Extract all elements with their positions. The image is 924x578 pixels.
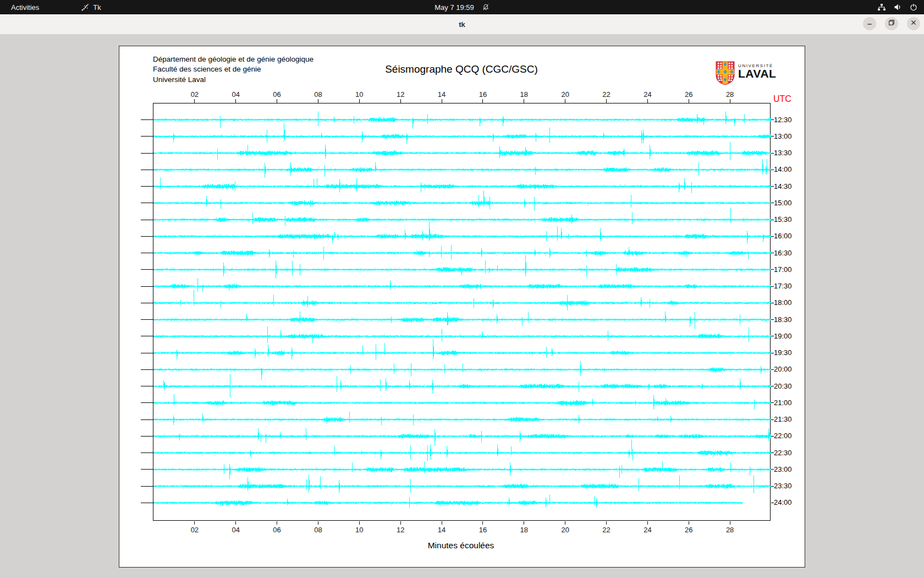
power-icon bbox=[910, 3, 917, 11]
row-time-label: 14:00 bbox=[774, 165, 792, 173]
row-time-label: 17:00 bbox=[774, 265, 792, 274]
x-tick-label-bottom: 18 bbox=[516, 526, 532, 534]
row-tick-left bbox=[141, 402, 153, 403]
x-tick-label-bottom: 14 bbox=[433, 526, 450, 534]
row-time-label: 17:30 bbox=[774, 282, 792, 290]
x-tick-label-top: 06 bbox=[269, 90, 285, 99]
x-tick-label-top: 16 bbox=[475, 90, 491, 99]
clock-menu[interactable]: May 7 19:59 bbox=[435, 3, 490, 12]
x-tick-bottom bbox=[442, 521, 442, 525]
x-tick-top bbox=[565, 99, 565, 103]
x-tick-bottom bbox=[359, 521, 360, 525]
minimize-button[interactable] bbox=[863, 17, 876, 30]
laval-shield-icon bbox=[715, 61, 735, 88]
row-time-label: 22:30 bbox=[774, 449, 792, 457]
x-tick-bottom bbox=[689, 521, 689, 525]
row-time-label: 15:00 bbox=[774, 199, 792, 207]
x-tick-bottom bbox=[482, 521, 483, 525]
activities-button[interactable]: Activities bbox=[0, 3, 48, 12]
x-tick-top bbox=[524, 99, 524, 103]
window-titlebar[interactable]: tk bbox=[0, 14, 924, 35]
row-time-label: 22:00 bbox=[774, 432, 792, 440]
row-time-label: 18:30 bbox=[774, 315, 792, 324]
row-time-label: 13:30 bbox=[774, 149, 792, 157]
x-tick-label-bottom: 08 bbox=[310, 526, 326, 534]
institution-line: Université Laval bbox=[153, 75, 314, 85]
utc-axis-label: UTC bbox=[773, 94, 791, 104]
row-time-label: 20:30 bbox=[774, 382, 792, 390]
x-tick-label-bottom: 12 bbox=[392, 526, 409, 534]
restore-icon bbox=[888, 19, 895, 29]
logo-text-laval: LAVAL bbox=[738, 68, 776, 79]
notifications-muted-icon bbox=[482, 3, 490, 11]
x-tick-bottom bbox=[647, 521, 648, 525]
x-tick-top bbox=[277, 99, 277, 103]
x-tick-label-top: 22 bbox=[598, 90, 615, 99]
clock-label: May 7 19:59 bbox=[435, 3, 474, 12]
institution-block: Département de géologie et de génie géol… bbox=[153, 54, 314, 85]
x-tick-label-top: 02 bbox=[186, 90, 203, 99]
gnome-top-bar: Activities Tk May 7 19:59 bbox=[0, 0, 924, 14]
x-tick-top bbox=[400, 99, 401, 103]
x-tick-label-bottom: 24 bbox=[639, 526, 656, 534]
row-time-label: 13:00 bbox=[774, 132, 792, 140]
universite-laval-logo: UNIVERSITÉ LAVAL bbox=[715, 61, 776, 88]
row-tick-left bbox=[141, 436, 153, 437]
tk-icon bbox=[81, 3, 89, 12]
row-time-label: 14:30 bbox=[774, 182, 792, 190]
row-tick-left bbox=[141, 236, 153, 237]
system-status-area[interactable] bbox=[877, 3, 917, 11]
x-tick-label-top: 08 bbox=[310, 90, 326, 99]
x-tick-bottom bbox=[730, 521, 730, 525]
row-time-label: 15:30 bbox=[774, 215, 792, 223]
row-time-label: 23:30 bbox=[774, 482, 792, 490]
x-tick-bottom bbox=[318, 521, 318, 525]
x-tick-bottom bbox=[235, 521, 236, 525]
row-time-label: 24:00 bbox=[774, 498, 792, 506]
x-tick-top bbox=[442, 99, 442, 103]
x-tick-label-top: 10 bbox=[351, 90, 367, 99]
row-time-label: 19:00 bbox=[774, 332, 792, 340]
row-tick-left bbox=[141, 136, 153, 137]
row-tick-left bbox=[141, 286, 153, 287]
row-tick-left bbox=[141, 253, 153, 253]
row-tick-left bbox=[141, 153, 153, 154]
row-time-label: 21:30 bbox=[774, 415, 792, 423]
row-tick-left bbox=[141, 503, 153, 503]
institution-line: Faculté des sciences et de génie bbox=[153, 64, 314, 74]
x-tick-label-top: 18 bbox=[516, 90, 532, 99]
plot-title: Séismographe QCQ (CGC/GSC) bbox=[385, 63, 538, 75]
maximize-button[interactable] bbox=[885, 17, 898, 30]
row-time-label: 19:30 bbox=[774, 348, 792, 357]
x-tick-bottom bbox=[277, 521, 277, 525]
row-tick-left bbox=[141, 469, 153, 470]
x-tick-bottom bbox=[400, 521, 401, 525]
x-tick-top bbox=[318, 99, 318, 103]
row-time-label: 12:30 bbox=[774, 116, 792, 124]
x-tick-label-bottom: 16 bbox=[475, 526, 491, 534]
x-tick-top bbox=[689, 99, 689, 103]
close-icon bbox=[910, 19, 917, 29]
x-tick-label-bottom: 02 bbox=[186, 526, 203, 534]
network-wired-icon bbox=[877, 3, 886, 11]
x-tick-top bbox=[730, 99, 730, 103]
close-button[interactable] bbox=[907, 17, 920, 30]
x-tick-label-bottom: 26 bbox=[680, 526, 697, 534]
row-tick-left bbox=[141, 369, 153, 370]
x-tick-label-top: 28 bbox=[722, 90, 738, 99]
row-tick-left bbox=[141, 220, 153, 220]
institution-line: Département de géologie et de génie géol… bbox=[153, 54, 314, 64]
volume-icon bbox=[894, 3, 902, 11]
x-tick-top bbox=[194, 99, 195, 103]
x-tick-label-top: 26 bbox=[680, 90, 697, 99]
app-menu-tk[interactable]: Tk bbox=[81, 3, 101, 12]
row-tick-left bbox=[141, 319, 153, 320]
window-title: tk bbox=[459, 20, 465, 29]
seismograph-plot: UTC 020204040606080810101212141416161818… bbox=[153, 103, 771, 521]
row-tick-left bbox=[141, 119, 153, 120]
tk-window-content: Département de géologie et de génie géol… bbox=[0, 35, 924, 578]
x-tick-label-top: 14 bbox=[433, 90, 450, 99]
row-time-label: 16:30 bbox=[774, 249, 792, 257]
row-tick-left bbox=[141, 303, 153, 303]
x-tick-bottom bbox=[606, 521, 607, 525]
